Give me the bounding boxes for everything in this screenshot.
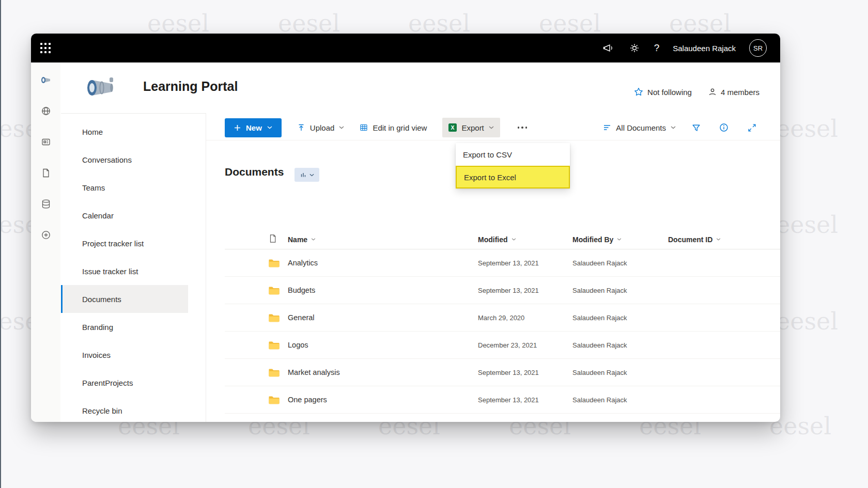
toolbar-divider xyxy=(206,140,780,140)
help-icon[interactable]: ? xyxy=(654,42,660,54)
sidebar-item-label: Home xyxy=(82,128,103,136)
news-icon[interactable] xyxy=(39,135,53,149)
sidebar-item-issue-tracker-list[interactable]: Issue tracker list xyxy=(61,257,188,285)
file-name-cell[interactable]: Logos xyxy=(288,341,478,349)
person-icon xyxy=(708,88,717,96)
sidebar-item-label: Project tracker list xyxy=(82,239,144,248)
sidebar-item-calendar[interactable]: Calendar xyxy=(61,201,188,229)
export-button[interactable]: X Export xyxy=(442,118,500,137)
file-name-cell[interactable]: Market analysis xyxy=(288,368,478,376)
sidebar-item-project-tracker-list[interactable]: Project tracker list xyxy=(61,229,188,257)
table-row[interactable]: Market analysis September 13, 2021 Salau… xyxy=(225,359,780,386)
table-row[interactable]: Analytics September 13, 2021 Salaudeen R… xyxy=(225,249,780,277)
menu-item-export-to-excel[interactable]: Export to Excel xyxy=(456,166,570,188)
globe-icon[interactable] xyxy=(39,104,53,118)
view-toggle-button[interactable] xyxy=(295,168,319,182)
documents-table: Name Modified Modified By Document ID An… xyxy=(225,230,780,414)
sidebar-item-branding[interactable]: Branding xyxy=(61,313,188,341)
page-icon[interactable] xyxy=(39,166,53,180)
sidebar-item-recycle-bin[interactable]: Recycle bin xyxy=(61,397,188,422)
sidebar-item-home[interactable]: Home xyxy=(61,118,188,146)
chevron-down-icon xyxy=(267,126,272,129)
info-icon xyxy=(719,123,729,132)
upload-button-label: Upload xyxy=(310,123,335,132)
modified-cell: March 29, 2020 xyxy=(478,314,572,322)
column-header-modified[interactable]: Modified xyxy=(478,235,572,244)
screen-left-edge xyxy=(0,0,1,488)
modified-cell: December 23, 2021 xyxy=(478,341,572,349)
sidebar-item-label: Recycle bin xyxy=(82,406,122,415)
sidebar-item-conversations[interactable]: Conversations xyxy=(61,146,188,174)
table-row[interactable]: Budgets September 13, 2021 Salaudeen Raj… xyxy=(225,277,780,304)
avatar[interactable]: SR xyxy=(749,39,767,57)
members-label: 4 members xyxy=(721,88,760,97)
grid-icon xyxy=(360,123,368,132)
follow-button[interactable]: Not following xyxy=(634,87,692,97)
sidebar-item-label: Documents xyxy=(82,295,121,304)
settings-gear-icon[interactable] xyxy=(628,42,641,54)
sidebar-item-label: Issue tracker list xyxy=(82,267,138,276)
database-icon[interactable] xyxy=(39,197,53,211)
modified-by-cell[interactable]: Salaudeen Rajack xyxy=(572,396,668,404)
fullscreen-expand-button[interactable] xyxy=(744,120,760,135)
menu-item-label: Export to CSV xyxy=(463,150,512,159)
site-logo[interactable] xyxy=(85,73,119,103)
file-name-cell[interactable]: Budgets xyxy=(288,286,478,294)
watermark-text: eesel xyxy=(539,9,601,37)
menu-item-export-to-csv[interactable]: Export to CSV xyxy=(456,143,570,166)
modified-by-cell[interactable]: Salaudeen Rajack xyxy=(572,341,668,349)
sidebar-item-label: Teams xyxy=(82,183,105,192)
more-commands-button[interactable] xyxy=(516,123,530,132)
site-logo-mini-icon[interactable] xyxy=(39,73,53,87)
sidebar-divider xyxy=(206,113,206,422)
file-name-cell[interactable]: One pagers xyxy=(288,396,478,404)
modified-by-cell[interactable]: Salaudeen Rajack xyxy=(572,369,668,376)
table-row[interactable]: One pagers September 13, 2021 Salaudeen … xyxy=(225,386,780,414)
sidebar-item-label: Calendar xyxy=(82,211,114,220)
modified-cell: September 13, 2021 xyxy=(478,369,572,376)
library-heading: Documents xyxy=(225,166,284,178)
suite-top-bar: ? Salaudeen Rajack SR xyxy=(31,34,780,62)
view-selector-button[interactable]: All Documents xyxy=(603,123,676,132)
export-button-label: Export xyxy=(461,123,484,132)
upload-button[interactable]: Upload xyxy=(297,123,345,132)
plus-icon xyxy=(234,124,241,131)
sidebar-item-parentprojects[interactable]: ParentProjects xyxy=(61,369,188,397)
sidebar-item-invoices[interactable]: Invoices xyxy=(61,341,188,369)
bars-icon xyxy=(300,171,307,179)
modified-by-cell[interactable]: Salaudeen Rajack xyxy=(572,287,668,294)
new-button-label: New xyxy=(246,123,262,132)
file-name-cell[interactable]: General xyxy=(288,313,478,322)
members-button[interactable]: 4 members xyxy=(708,88,760,97)
column-header-label: Name xyxy=(288,235,307,244)
modified-by-cell[interactable]: Salaudeen Rajack xyxy=(572,314,668,322)
watermark-text: eesel xyxy=(669,9,731,37)
table-row[interactable]: General March 29, 2020 Salaudeen Rajack xyxy=(225,304,780,332)
column-header-label: Document ID xyxy=(668,235,712,244)
follow-label: Not following xyxy=(647,88,692,97)
modified-cell: September 13, 2021 xyxy=(478,396,572,404)
column-header-document-id[interactable]: Document ID xyxy=(668,235,780,244)
modified-by-cell[interactable]: Salaudeen Rajack xyxy=(572,259,668,267)
view-list-icon xyxy=(603,123,611,132)
add-circle-icon[interactable] xyxy=(39,228,53,242)
modified-cell: September 13, 2021 xyxy=(478,287,572,294)
sidebar-item-documents[interactable]: Documents xyxy=(61,285,188,313)
column-header-modified-by[interactable]: Modified By xyxy=(572,235,668,244)
view-selector-label: All Documents xyxy=(616,123,666,132)
column-header-name[interactable]: Name xyxy=(288,235,478,244)
announcements-icon[interactable] xyxy=(602,42,615,54)
chevron-down-icon xyxy=(512,238,516,241)
table-row[interactable]: Logos December 23, 2021 Salaudeen Rajack xyxy=(225,332,780,359)
details-info-button[interactable] xyxy=(716,120,732,135)
edit-in-grid-view-button[interactable]: Edit in grid view xyxy=(360,123,427,132)
watermark-text: eesel xyxy=(776,307,838,335)
app-launcher-icon[interactable] xyxy=(40,43,51,53)
chevron-down-icon xyxy=(489,126,494,129)
sidebar-item-label: Branding xyxy=(82,323,113,332)
new-button[interactable]: New xyxy=(225,118,282,137)
chevron-down-icon xyxy=(311,238,316,241)
filter-button[interactable] xyxy=(688,120,704,135)
sidebar-item-teams[interactable]: Teams xyxy=(61,174,188,201)
file-name-cell[interactable]: Analytics xyxy=(288,259,478,267)
